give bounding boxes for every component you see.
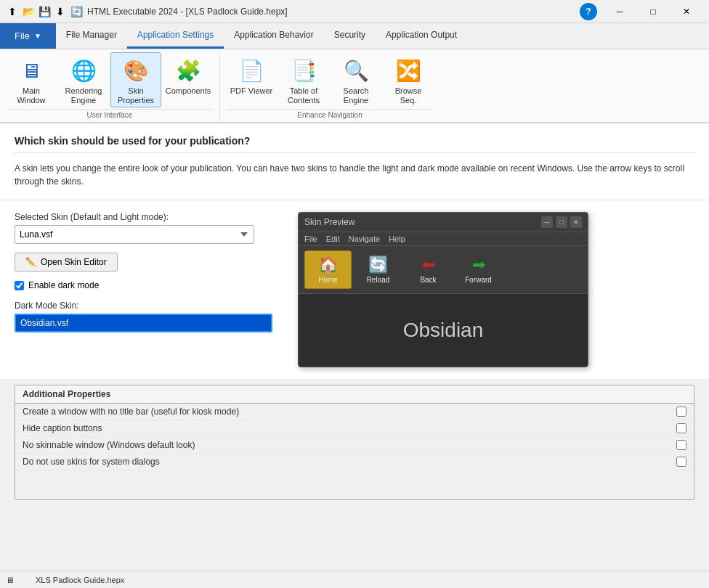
help-button[interactable]: ? [580, 3, 597, 20]
new-icon[interactable]: ⬆ [6, 5, 19, 18]
status-filename: XLS Padlock Guide.hepx [36, 576, 124, 584]
open-skin-editor-container: ✏️ Open Skin Editor [15, 253, 283, 271]
skin-home-icon: 🏠 [318, 256, 338, 274]
skin-preview-controls: ─ □ ✕ [541, 216, 582, 228]
prop-checkbox-2[interactable] [676, 440, 686, 450]
skin-reload-icon: 🔄 [368, 256, 388, 274]
skin-preview-window: Skin Preview ─ □ ✕ File Edit Navigate He… [298, 212, 588, 367]
table-row-empty [15, 470, 694, 499]
close-button[interactable]: ✕ [670, 0, 703, 23]
ribbon-table-of-contents[interactable]: 📑 Table of Contents [278, 52, 329, 107]
skin-home-button[interactable]: 🏠 Home [304, 250, 352, 289]
prop-label-2: No skinnable window (Windows default loo… [23, 440, 676, 450]
settings-right: Skin Preview ─ □ ✕ File Edit Navigate He… [298, 212, 694, 367]
skin-menu-bar: File Edit Navigate Help [299, 232, 588, 246]
search-engine-label: Search Engine [334, 86, 378, 105]
ribbon-browse-seq[interactable]: 🔀 Browse Seq. [383, 52, 434, 107]
ribbon-components[interactable]: 🧩 Components [163, 52, 214, 98]
skin-maximize-button[interactable]: □ [556, 216, 567, 228]
ribbon-search-engine[interactable]: 🔍 Search Engine [331, 52, 381, 107]
skin-home-label: Home [318, 276, 338, 284]
rendering-engine-label: Rendering Engine [62, 86, 105, 105]
tab-application-output[interactable]: Application Output [376, 23, 467, 49]
skin-select-container: Luna.vsf [15, 225, 283, 244]
skin-forward-label: Forward [465, 276, 492, 284]
skin-back-label: Back [420, 276, 436, 284]
skin-preview-title: Skin Preview [304, 217, 354, 227]
search-engine-icon: 🔍 [341, 56, 370, 85]
skin-minimize-button[interactable]: ─ [541, 216, 553, 228]
status-icon: 🖥 [6, 576, 14, 584]
skin-preview-text: Obsidian [403, 319, 484, 342]
content-description: A skin lets you change the entire look o… [15, 162, 694, 188]
skin-forward-button[interactable]: ➡ Forward [455, 250, 502, 289]
main-window-icon: 🖥 [17, 56, 46, 85]
dark-mode-skin-select[interactable]: Obsidian.vsf [15, 314, 272, 332]
pdf-viewer-label: PDF Viewer [230, 86, 272, 96]
ribbon-pdf-viewer[interactable]: 📄 PDF Viewer [226, 52, 277, 98]
table-row: Do not use skins for system dialogs [15, 454, 694, 470]
skin-menu-navigate[interactable]: Navigate [349, 234, 380, 243]
prop-label-3: Do not use skins for system dialogs [23, 457, 676, 467]
table-row: No skinnable window (Windows default loo… [15, 437, 694, 454]
status-bar: 🖥 XLS Padlock Guide.hepx [0, 571, 709, 588]
minimize-button[interactable]: ─ [603, 0, 636, 23]
components-label: Components [166, 86, 211, 96]
page-title: Which skin should be used for your publi… [15, 135, 694, 147]
enhance-navigation-group-label: Enhance Navigation [226, 109, 434, 122]
refresh-icon[interactable]: 🔄 [70, 5, 83, 18]
title-bar-right: ? ─ □ ✕ [580, 0, 703, 23]
tab-application-settings[interactable]: Application Settings [127, 23, 224, 49]
skin-preview-content: Obsidian [299, 294, 588, 367]
ribbon-items-nav: 📄 PDF Viewer 📑 Table of Contents 🔍 Searc… [226, 52, 434, 107]
skin-menu-help[interactable]: Help [389, 234, 405, 243]
file-menu-button[interactable]: File ▼ [0, 23, 56, 49]
file-dropdown-arrow: ▼ [34, 32, 41, 40]
open-icon[interactable]: 📂 [22, 5, 35, 18]
skin-back-icon: ⬅ [422, 256, 435, 274]
toolbar-icons: ⬆ 📂 💾 ⬇ 🔄 [6, 5, 83, 18]
components-icon: 🧩 [174, 56, 203, 85]
browse-seq-icon: 🔀 [394, 56, 423, 85]
content-divider [15, 152, 694, 153]
maximize-button[interactable]: □ [636, 0, 670, 23]
main-window-label: Main Window [9, 86, 53, 105]
selected-skin-select[interactable]: Luna.vsf [15, 225, 254, 244]
ribbon-rendering-engine[interactable]: 🌐 Rendering Engine [58, 52, 109, 107]
open-skin-editor-button[interactable]: ✏️ Open Skin Editor [15, 253, 118, 271]
settings-area: Selected Skin (Default and Light mode): … [0, 200, 709, 379]
prop-checkbox-3[interactable] [676, 457, 686, 467]
skin-menu-file[interactable]: File [304, 234, 317, 243]
skin-reload-button[interactable]: 🔄 Reload [354, 250, 402, 289]
ribbon: 🖥 Main Window 🌐 Rendering Engine 🎨 Skin … [0, 49, 709, 123]
ribbon-skin-properties[interactable]: 🎨 Skin Properties [110, 52, 161, 107]
skin-toolbar: 🏠 Home 🔄 Reload ⬅ Back ➡ Forward [299, 246, 588, 294]
selected-skin-label: Selected Skin (Default and Light mode): [15, 212, 283, 222]
skin-properties-icon: 🎨 [121, 56, 150, 85]
tab-security[interactable]: Security [324, 23, 376, 49]
tab-application-behavior[interactable]: Application Behavior [224, 23, 323, 49]
enable-dark-mode-row: Enable dark mode [15, 280, 283, 290]
skin-reload-label: Reload [367, 276, 390, 284]
prop-checkbox-1[interactable] [676, 423, 686, 433]
rendering-engine-icon: 🌐 [69, 56, 98, 85]
content-header: Which skin should be used for your publi… [0, 123, 709, 200]
skin-menu-edit[interactable]: Edit [326, 234, 340, 243]
settings-left: Selected Skin (Default and Light mode): … [15, 212, 283, 367]
tab-file-manager[interactable]: File Manager [56, 23, 127, 49]
save-icon[interactable]: 💾 [38, 5, 51, 18]
skin-properties-label: Skin Properties [114, 86, 158, 105]
skin-back-button[interactable]: ⬅ Back [405, 250, 452, 289]
prop-label-0: Create a window with no title bar (usefu… [23, 407, 676, 417]
prop-label-1: Hide caption buttons [23, 423, 676, 433]
ribbon-group-enhance-navigation: 📄 PDF Viewer 📑 Table of Contents 🔍 Searc… [220, 52, 439, 122]
enable-dark-mode-checkbox[interactable] [15, 281, 24, 290]
app-title: HTML Executable 2024 - [XLS Padlock Guid… [87, 7, 288, 17]
skin-close-button[interactable]: ✕ [570, 216, 582, 228]
publish-icon[interactable]: ⬇ [54, 5, 67, 18]
edit-icon: ✏️ [25, 257, 36, 267]
prop-checkbox-0[interactable] [676, 407, 686, 417]
enable-dark-mode-label: Enable dark mode [28, 280, 99, 290]
ribbon-main-window[interactable]: 🖥 Main Window [6, 52, 57, 107]
ribbon-items-ui: 🖥 Main Window 🌐 Rendering Engine 🎨 Skin … [6, 52, 214, 107]
